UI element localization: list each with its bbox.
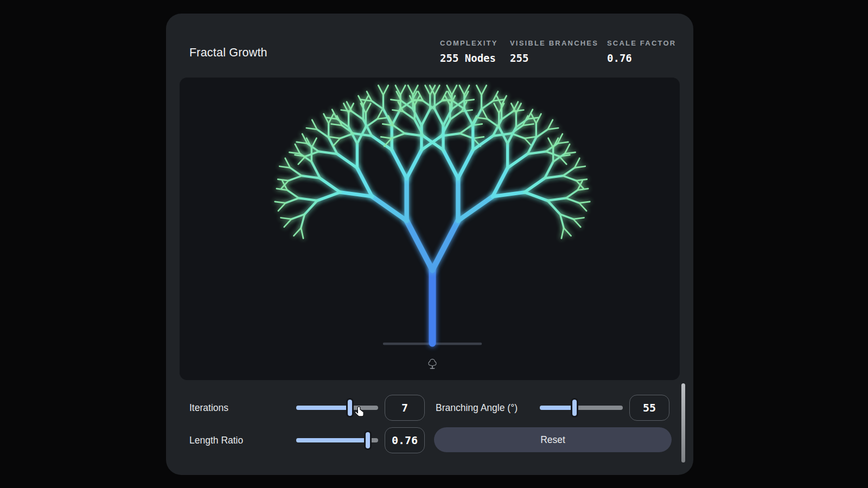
stat-scale-factor: SCALE FACTOR 0.76 [607,39,676,64]
stat-visible-branches: VISIBLE BRANCHES 255 [510,39,598,64]
fractal-growth-card: Fractal Growth COMPLEXITY 255 Nodes VISI… [166,14,693,475]
reset-button[interactable]: Reset [434,427,672,452]
stat-visible-branches-label: VISIBLE BRANCHES [510,39,598,47]
length-ratio-value-field[interactable]: 0.76 [385,427,425,453]
branching-angle-slider-thumb[interactable] [571,398,578,418]
length-ratio-label: Length Ratio [189,435,243,446]
hand-pointer-cursor [353,405,366,419]
stat-complexity-label: COMPLEXITY [440,39,498,47]
stat-complexity: COMPLEXITY 255 Nodes [440,39,498,64]
branching-angle-slider[interactable] [540,398,623,418]
page: { "app": { "title": "Fractal Growth" }, … [0,0,868,488]
length-ratio-slider-thumb[interactable] [364,431,372,450]
tree-icon [426,357,438,371]
stat-scale-factor-label: SCALE FACTOR [607,39,676,47]
fractal-canvas-panel [180,78,680,380]
stat-scale-factor-value: 0.76 [607,52,676,64]
branching-angle-value-field[interactable]: 55 [629,395,669,421]
stat-complexity-value: 255 Nodes [440,52,498,64]
iterations-label: Iterations [189,402,228,414]
length-ratio-slider[interactable] [296,431,378,450]
branching-angle-label: Branching Angle (°) [436,402,518,414]
stat-visible-branches-value: 255 [510,52,598,64]
slider-track-fill [540,406,575,410]
fractal-tree-canvas [180,78,680,380]
slider-track-fill [296,438,368,442]
vertical-scrollbar-thumb[interactable] [681,383,685,463]
slider-track-fill [296,406,350,410]
page-title: Fractal Growth [189,46,267,60]
iterations-value-field[interactable]: 7 [385,395,425,421]
